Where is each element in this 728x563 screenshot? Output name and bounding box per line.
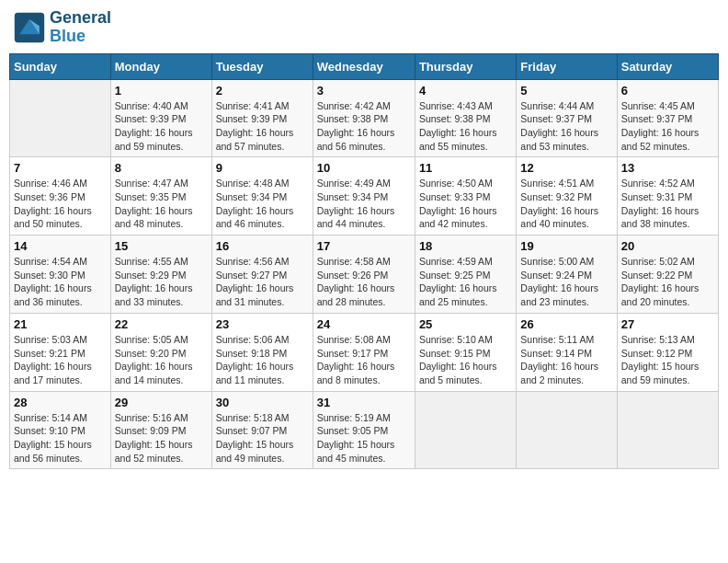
day-info: Sunrise: 4:48 AM Sunset: 9:34 PM Dayligh… <box>216 177 309 231</box>
page-header: General Blue <box>9 9 719 46</box>
calendar-cell: 8Sunrise: 4:47 AM Sunset: 9:35 PM Daylig… <box>110 157 211 236</box>
day-number: 22 <box>115 317 208 331</box>
calendar-cell: 18Sunrise: 4:59 AM Sunset: 9:25 PM Dayli… <box>415 236 516 314</box>
day-info: Sunrise: 4:42 AM Sunset: 9:38 PM Dayligh… <box>317 99 411 154</box>
day-number: 15 <box>115 239 208 253</box>
day-info: Sunrise: 5:19 AM Sunset: 9:05 PM Dayligh… <box>317 411 411 465</box>
day-number: 25 <box>419 317 512 331</box>
day-info: Sunrise: 4:40 AM Sunset: 9:39 PM Dayligh… <box>115 99 208 154</box>
day-number: 23 <box>216 317 309 331</box>
day-info: Sunrise: 5:18 AM Sunset: 9:07 PM Dayligh… <box>216 411 309 465</box>
calendar-cell <box>517 391 617 469</box>
calendar-cell: 21Sunrise: 5:03 AM Sunset: 9:21 PM Dayli… <box>10 313 111 391</box>
day-info: Sunrise: 4:45 AM Sunset: 9:37 PM Dayligh… <box>621 99 714 154</box>
day-number: 26 <box>520 317 612 331</box>
column-header-monday: Monday <box>110 53 211 79</box>
day-number: 7 <box>14 161 107 175</box>
calendar-week-3: 14Sunrise: 4:54 AM Sunset: 9:30 PM Dayli… <box>10 236 719 314</box>
calendar-cell <box>10 79 111 157</box>
day-info: Sunrise: 5:06 AM Sunset: 9:18 PM Dayligh… <box>216 333 309 387</box>
calendar-cell <box>415 391 516 469</box>
calendar-cell: 16Sunrise: 4:56 AM Sunset: 9:27 PM Dayli… <box>211 236 313 314</box>
calendar-cell: 24Sunrise: 5:08 AM Sunset: 9:17 PM Dayli… <box>313 313 415 391</box>
day-number: 3 <box>317 84 411 98</box>
calendar-cell: 29Sunrise: 5:16 AM Sunset: 9:09 PM Dayli… <box>110 391 211 469</box>
day-info: Sunrise: 4:46 AM Sunset: 9:36 PM Dayligh… <box>14 177 107 231</box>
calendar-cell: 23Sunrise: 5:06 AM Sunset: 9:18 PM Dayli… <box>211 313 313 391</box>
day-number: 10 <box>317 161 411 175</box>
day-number: 16 <box>216 239 309 253</box>
calendar-cell: 11Sunrise: 4:50 AM Sunset: 9:33 PM Dayli… <box>415 157 516 236</box>
calendar-cell: 2Sunrise: 4:41 AM Sunset: 9:39 PM Daylig… <box>211 79 313 157</box>
day-info: Sunrise: 4:59 AM Sunset: 9:25 PM Dayligh… <box>419 255 512 309</box>
calendar-cell: 5Sunrise: 4:44 AM Sunset: 9:37 PM Daylig… <box>517 79 617 157</box>
column-header-saturday: Saturday <box>617 53 718 79</box>
day-number: 24 <box>317 317 411 331</box>
calendar-week-4: 21Sunrise: 5:03 AM Sunset: 9:21 PM Dayli… <box>10 313 719 391</box>
calendar-cell: 17Sunrise: 4:58 AM Sunset: 9:26 PM Dayli… <box>313 236 415 314</box>
day-info: Sunrise: 4:44 AM Sunset: 9:37 PM Dayligh… <box>520 99 612 154</box>
day-info: Sunrise: 4:49 AM Sunset: 9:34 PM Dayligh… <box>317 177 411 231</box>
day-number: 13 <box>621 161 714 175</box>
day-info: Sunrise: 5:16 AM Sunset: 9:09 PM Dayligh… <box>115 411 208 465</box>
calendar-cell: 30Sunrise: 5:18 AM Sunset: 9:07 PM Dayli… <box>211 391 313 469</box>
day-number: 27 <box>621 317 714 331</box>
calendar-cell <box>617 391 718 469</box>
day-info: Sunrise: 5:14 AM Sunset: 9:10 PM Dayligh… <box>14 411 107 465</box>
calendar-cell: 27Sunrise: 5:13 AM Sunset: 9:12 PM Dayli… <box>617 313 718 391</box>
day-info: Sunrise: 5:08 AM Sunset: 9:17 PM Dayligh… <box>317 333 411 387</box>
day-number: 19 <box>520 239 612 253</box>
calendar-cell: 25Sunrise: 5:10 AM Sunset: 9:15 PM Dayli… <box>415 313 516 391</box>
day-number: 1 <box>115 84 208 98</box>
calendar-header-row: SundayMondayTuesdayWednesdayThursdayFrid… <box>10 53 719 79</box>
calendar-cell: 12Sunrise: 4:51 AM Sunset: 9:32 PM Dayli… <box>517 157 617 236</box>
calendar-cell: 20Sunrise: 5:02 AM Sunset: 9:22 PM Dayli… <box>617 236 718 314</box>
day-number: 28 <box>14 396 107 409</box>
column-header-tuesday: Tuesday <box>211 53 313 79</box>
day-number: 8 <box>115 161 208 175</box>
day-number: 12 <box>520 161 612 175</box>
column-header-thursday: Thursday <box>415 53 516 79</box>
day-number: 14 <box>14 239 107 253</box>
day-info: Sunrise: 5:05 AM Sunset: 9:20 PM Dayligh… <box>115 333 208 387</box>
calendar-week-2: 7Sunrise: 4:46 AM Sunset: 9:36 PM Daylig… <box>10 157 719 236</box>
day-number: 2 <box>216 84 309 98</box>
calendar-cell: 4Sunrise: 4:43 AM Sunset: 9:38 PM Daylig… <box>415 79 516 157</box>
calendar-week-5: 28Sunrise: 5:14 AM Sunset: 9:10 PM Dayli… <box>10 391 719 469</box>
day-number: 11 <box>419 161 512 175</box>
calendar-cell: 13Sunrise: 4:52 AM Sunset: 9:31 PM Dayli… <box>617 157 718 236</box>
calendar-cell: 15Sunrise: 4:55 AM Sunset: 9:29 PM Dayli… <box>110 236 211 314</box>
column-header-wednesday: Wednesday <box>313 53 415 79</box>
calendar-cell: 9Sunrise: 4:48 AM Sunset: 9:34 PM Daylig… <box>211 157 313 236</box>
calendar-cell: 31Sunrise: 5:19 AM Sunset: 9:05 PM Dayli… <box>313 391 415 469</box>
day-number: 20 <box>621 239 714 253</box>
day-info: Sunrise: 4:54 AM Sunset: 9:30 PM Dayligh… <box>14 255 107 309</box>
day-number: 29 <box>115 396 208 409</box>
day-info: Sunrise: 4:56 AM Sunset: 9:27 PM Dayligh… <box>216 255 309 309</box>
day-number: 5 <box>520 84 612 98</box>
calendar-cell: 3Sunrise: 4:42 AM Sunset: 9:38 PM Daylig… <box>313 79 415 157</box>
day-number: 17 <box>317 239 411 253</box>
calendar-cell: 7Sunrise: 4:46 AM Sunset: 9:36 PM Daylig… <box>10 157 111 236</box>
day-info: Sunrise: 4:51 AM Sunset: 9:32 PM Dayligh… <box>520 177 612 231</box>
calendar-cell: 10Sunrise: 4:49 AM Sunset: 9:34 PM Dayli… <box>313 157 415 236</box>
day-number: 21 <box>14 317 107 331</box>
calendar-cell: 14Sunrise: 4:54 AM Sunset: 9:30 PM Dayli… <box>10 236 111 314</box>
calendar-week-1: 1Sunrise: 4:40 AM Sunset: 9:39 PM Daylig… <box>10 79 719 157</box>
logo-text: General Blue <box>50 9 111 46</box>
logo-icon <box>13 11 46 44</box>
day-number: 30 <box>216 396 309 409</box>
day-info: Sunrise: 4:50 AM Sunset: 9:33 PM Dayligh… <box>419 177 512 231</box>
day-info: Sunrise: 5:11 AM Sunset: 9:14 PM Dayligh… <box>520 333 612 387</box>
day-info: Sunrise: 5:13 AM Sunset: 9:12 PM Dayligh… <box>621 333 714 387</box>
day-info: Sunrise: 4:55 AM Sunset: 9:29 PM Dayligh… <box>115 255 208 309</box>
day-info: Sunrise: 4:58 AM Sunset: 9:26 PM Dayligh… <box>317 255 411 309</box>
day-info: Sunrise: 5:02 AM Sunset: 9:22 PM Dayligh… <box>621 255 714 309</box>
day-info: Sunrise: 5:00 AM Sunset: 9:24 PM Dayligh… <box>520 255 612 309</box>
day-number: 31 <box>317 396 411 409</box>
calendar-cell: 28Sunrise: 5:14 AM Sunset: 9:10 PM Dayli… <box>10 391 111 469</box>
day-number: 18 <box>419 239 512 253</box>
day-info: Sunrise: 4:41 AM Sunset: 9:39 PM Dayligh… <box>216 99 309 154</box>
column-header-friday: Friday <box>517 53 617 79</box>
day-info: Sunrise: 4:47 AM Sunset: 9:35 PM Dayligh… <box>115 177 208 231</box>
